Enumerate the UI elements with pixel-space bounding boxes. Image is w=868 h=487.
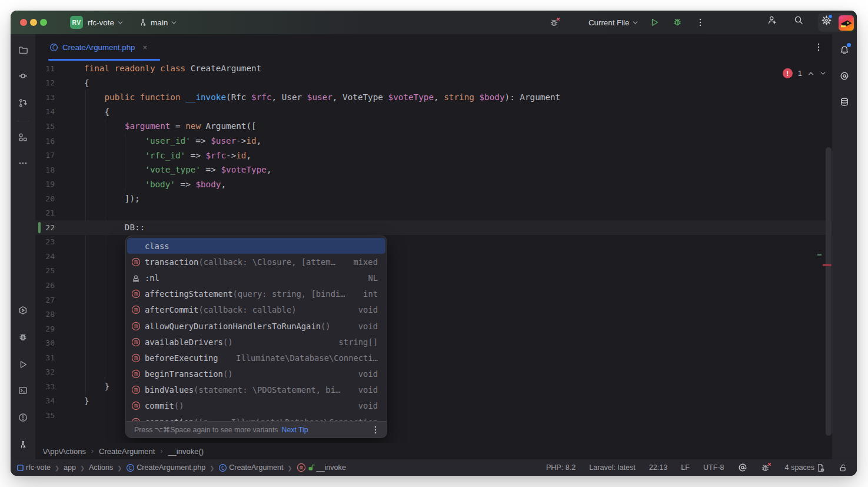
minimize-window-button[interactable] [30, 19, 37, 26]
more-actions-icon[interactable] [696, 18, 704, 27]
run-button[interactable] [650, 18, 659, 27]
svg-text:C: C [221, 465, 224, 471]
lock-icon[interactable] [839, 463, 847, 472]
debugger-status-icon[interactable] [761, 462, 771, 473]
file-encoding[interactable]: UTF-8 [703, 463, 724, 472]
pull-requests-tool-icon[interactable] [17, 97, 29, 109]
completion-item-afterCommit[interactable]: mafterCommit(callback: callable)void [127, 302, 385, 318]
path-item-Actions[interactable]: Actions [89, 463, 113, 472]
line-number: 34 [35, 396, 55, 405]
code-line-19[interactable]: 19 'body' => $body, [35, 177, 832, 191]
completion-signature: () [223, 337, 233, 347]
branch-widget[interactable]: main [139, 18, 177, 27]
commit-tool-icon[interactable] [17, 70, 29, 82]
completion-item-transaction[interactable]: mtransaction(callback: \Closure, [attem…… [127, 254, 385, 270]
zoom-window-button[interactable] [40, 19, 47, 26]
structure-tool-icon[interactable] [17, 131, 29, 143]
indent-config[interactable]: 4 spaces [785, 463, 825, 472]
breadcrumb-item[interactable]: \App\Actions [43, 447, 86, 456]
method-icon: m [131, 385, 141, 395]
completion-item-class[interactable]: class [127, 238, 385, 254]
laravel-version[interactable]: Laravel: latest [589, 463, 635, 472]
svg-text:m: m [134, 259, 138, 265]
add-user-icon[interactable] [767, 15, 777, 25]
completion-item-bindValues[interactable]: mbindValues(statement: \PDOStatement, bi… [127, 382, 385, 398]
breadcrumb-item[interactable]: __invoke() [168, 447, 204, 456]
editor[interactable]: 11final readonly class CreateArgument12{… [35, 61, 832, 443]
next-error-chevron-down-icon[interactable] [820, 70, 826, 77]
settings-gear-icon[interactable] [822, 15, 832, 25]
tab-createargument[interactable]: C CreateArgument.php × [48, 34, 148, 61]
project-chevron-down-icon[interactable] [117, 19, 124, 26]
problems-tool-icon[interactable] [17, 412, 29, 423]
footer-more-icon[interactable] [371, 425, 380, 435]
code-line-13[interactable]: 13 public function __invoke(Rfc $rfc, Us… [35, 90, 832, 105]
completion-name: :nl [145, 273, 159, 283]
editor-scrollbar[interactable] [826, 147, 832, 436]
line-separator[interactable]: LF [681, 463, 690, 472]
code-line-22[interactable]: 22 DB:: [35, 220, 832, 235]
completion-item-availableDrivers[interactable]: mavailableDrivers()string[] [127, 334, 385, 350]
path-item-invoke[interactable]: m__invoke [297, 463, 346, 472]
settings-notification-dot [828, 14, 833, 19]
close-window-button[interactable] [20, 19, 27, 26]
completion-item-beginTransaction[interactable]: mbeginTransaction()void [127, 366, 385, 382]
code-line-16[interactable]: 16 'user_id' => $user->id, [35, 134, 832, 148]
path-item-CreateArgument[interactable]: CCreateArgument [218, 463, 283, 472]
code-line-21[interactable]: 21 [35, 206, 832, 220]
code-line-14[interactable]: 14 { [35, 105, 832, 120]
completion-item-beforeExecuting[interactable]: mbeforeExecutingIlluminate\Database\Conn… [127, 350, 385, 366]
notifications-bell-icon[interactable] [839, 44, 850, 56]
code-line-15[interactable]: 15 $argument = new Argument([ [35, 119, 832, 134]
services-tool-icon[interactable] [17, 304, 29, 316]
prev-error-chevron-up-icon[interactable] [807, 70, 814, 77]
completion-signature: () [174, 401, 184, 410]
completion-type: void [354, 369, 378, 379]
swirl-status-icon[interactable] [738, 463, 747, 472]
line-number: 18 [35, 165, 55, 174]
run-configuration[interactable]: Current File [588, 18, 629, 27]
ai-swirl-tool-icon[interactable] [839, 70, 850, 82]
tab-more-icon[interactable] [814, 42, 823, 52]
project-name[interactable]: rfc-vote [88, 18, 114, 27]
path-item-rfcvote[interactable]: rfc-vote [16, 463, 51, 472]
project-tool-icon[interactable] [17, 44, 29, 56]
project-avatar[interactable]: RV [70, 16, 83, 29]
git-branch-icon [139, 18, 148, 27]
version-control-tool-icon[interactable] [17, 439, 29, 450]
code-line-18[interactable]: 18 'vote_type' => $voteType, [35, 163, 832, 177]
terminal-tool-icon[interactable] [17, 385, 29, 396]
breadcrumb-item[interactable]: CreateArgument [99, 447, 155, 456]
completion-item-commit[interactable]: mcommit()void [127, 398, 385, 414]
completion-item-connection[interactable]: mconnection([n…Illuminate\Database\Conne… [127, 414, 385, 421]
inspections-widget[interactable]: ! 1 [783, 68, 826, 78]
completion-type: string[] [334, 337, 378, 347]
code-line-12[interactable]: 12{ [35, 76, 832, 91]
database-tool-icon[interactable] [839, 96, 850, 108]
path-item-app[interactable]: app [64, 463, 76, 472]
completion-name: class [145, 241, 169, 251]
code-line-17[interactable]: 17 'rfc_id' => $rfc->id, [35, 148, 832, 163]
completion-item-affectingStatement[interactable]: maffectingStatement(query: string, [bind… [127, 286, 385, 302]
more-tools-icon[interactable] [17, 157, 29, 169]
code-line-11[interactable]: 11final readonly class CreateArgument [35, 61, 832, 76]
php-version[interactable]: PHP: 8.2 [546, 463, 576, 472]
attach-debugger-icon[interactable] [548, 15, 562, 29]
run-config-chevron-down-icon[interactable] [632, 19, 638, 26]
path-item-CreateArgumentphp[interactable]: CCreateArgument.php [126, 463, 205, 472]
completion-footer: Press ⌥⌘Space again to see more variants… [126, 421, 387, 438]
branch-name: main [151, 18, 168, 27]
debug-tool-icon[interactable] [17, 332, 29, 343]
completion-item-allowQueryDurationHandlersToRunAgain[interactable]: mallowQueryDurationHandlersToRunAgain()v… [127, 318, 385, 334]
phpstorm-logo-icon[interactable] [839, 15, 854, 31]
code-line-20[interactable]: 20 ]); [35, 191, 832, 206]
run-tool-icon[interactable] [17, 359, 29, 370]
completion-item-nl[interactable]: :nlNL [127, 270, 385, 286]
line-number: 30 [35, 339, 55, 347]
search-icon[interactable] [794, 15, 803, 25]
caret-position[interactable]: 22:13 [649, 463, 668, 472]
next-tip-link[interactable]: Next Tip [282, 426, 308, 434]
completion-signature: (query: string, [bindi… [233, 289, 345, 299]
tab-close-icon[interactable]: × [142, 43, 147, 52]
debug-button[interactable] [673, 18, 682, 27]
